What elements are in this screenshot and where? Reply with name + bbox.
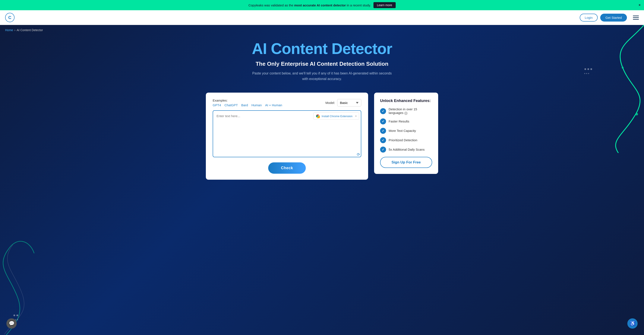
info-icon-languages[interactable]: i	[404, 112, 408, 115]
deco-wave-left	[0, 236, 43, 335]
feature-check-prioritized	[380, 137, 386, 143]
breadcrumb: Home › AI Content Detector	[0, 25, 644, 32]
chat-icon: 💬	[9, 321, 14, 326]
examples-section: Examples: GPT4 ChatGPT Bard Human AI + H…	[213, 99, 282, 107]
signup-button[interactable]: Sign Up For Free	[380, 157, 432, 168]
example-gpt4[interactable]: GPT4	[213, 103, 221, 107]
detector-card-header: Examples: GPT4 ChatGPT Bard Human AI + H…	[213, 99, 361, 107]
hamburger-line-1	[633, 15, 639, 16]
hero-subtitle: The Only Enterprise AI Content Detection…	[4, 61, 640, 67]
chrome-ext-close-button[interactable]: ×	[355, 114, 357, 118]
get-started-button[interactable]: Get Started	[600, 14, 627, 21]
feature-item-scans: 5x Additional Daily Scans	[380, 147, 432, 153]
logo: C	[5, 13, 14, 22]
chrome-extension-banner[interactable]: Install Chrome Extension ×	[313, 112, 359, 120]
feature-text-prioritized: Prioritized Detection	[388, 138, 417, 142]
chrome-ext-label: Install Chrome Extension	[322, 115, 352, 118]
detector-card: Examples: GPT4 ChatGPT Bard Human AI + H…	[206, 93, 368, 180]
feature-check-faster	[380, 118, 386, 124]
feature-text-scans: 5x Additional Daily Scans	[388, 148, 424, 151]
resize-handle[interactable]: ⟳	[357, 152, 360, 157]
feature-check-capacity	[380, 128, 386, 134]
main-background: Home › AI Content Detector AI Content De…	[0, 25, 644, 335]
hero-section: AI Content Detector The Only Enterprise …	[0, 32, 644, 93]
feature-item-capacity: More Text Capacity	[380, 128, 432, 134]
model-selector: Model: Basic Advanced	[326, 99, 361, 106]
top-banner: Copyleaks was validated as the most accu…	[0, 0, 644, 10]
feature-check-scans	[380, 147, 386, 153]
example-human[interactable]: Human	[251, 103, 262, 107]
hero-description: Paste your content below, and we'll tell…	[250, 71, 394, 81]
banner-close-button[interactable]: ×	[639, 3, 640, 7]
example-links: GPT4 ChatGPT Bard Human AI + Human	[213, 103, 282, 107]
text-input-wrapper: Install Chrome Extension × ⟳	[213, 110, 361, 158]
check-button[interactable]: Check	[268, 162, 306, 174]
chat-bubble-button[interactable]: 💬	[6, 318, 17, 329]
logo-icon: C	[5, 13, 14, 22]
chrome-icon	[316, 114, 320, 118]
accessibility-button[interactable]: ♿	[627, 318, 638, 329]
feature-text-faster: Faster Results	[388, 119, 409, 123]
model-select[interactable]: Basic Advanced	[337, 99, 361, 106]
examples-label: Examples:	[213, 99, 228, 102]
feature-text-languages: Detection in over 15 languagesi	[388, 107, 432, 115]
feature-item-faster: Faster Results	[380, 118, 432, 124]
features-card: Unlock Enhanced Features: Detection in o…	[374, 93, 438, 174]
hamburger-line-3	[633, 19, 639, 20]
accessibility-icon: ♿	[630, 321, 636, 326]
feature-item-prioritized: Prioritized Detection	[380, 137, 432, 143]
login-button[interactable]: Login	[580, 14, 598, 21]
feature-text-capacity: More Text Capacity	[388, 129, 416, 132]
breadcrumb-separator: ›	[14, 28, 15, 32]
header-nav: Login Get Started	[580, 14, 639, 21]
example-bard[interactable]: Bard	[241, 103, 248, 107]
content-grid: Examples: GPT4 ChatGPT Bard Human AI + H…	[0, 93, 644, 192]
example-chatgpt[interactable]: ChatGPT	[224, 103, 238, 107]
breadcrumb-current-page: AI Content Detector	[17, 28, 43, 32]
hero-title: AI Content Detector	[4, 40, 640, 57]
hamburger-line-2	[633, 17, 639, 18]
banner-text: Copyleaks was validated as the most accu…	[248, 3, 371, 7]
hamburger-menu-button[interactable]	[633, 15, 639, 20]
features-title: Unlock Enhanced Features:	[380, 99, 432, 103]
feature-item-languages: Detection in over 15 languagesi	[380, 107, 432, 115]
header: C Login Get Started	[0, 10, 644, 25]
breadcrumb-home-link[interactable]: Home	[5, 28, 13, 32]
model-label: Model:	[326, 101, 335, 105]
learn-more-button[interactable]: Learn more	[374, 2, 396, 8]
feature-check-languages	[380, 108, 386, 114]
example-ai-human[interactable]: AI + Human	[265, 103, 282, 107]
